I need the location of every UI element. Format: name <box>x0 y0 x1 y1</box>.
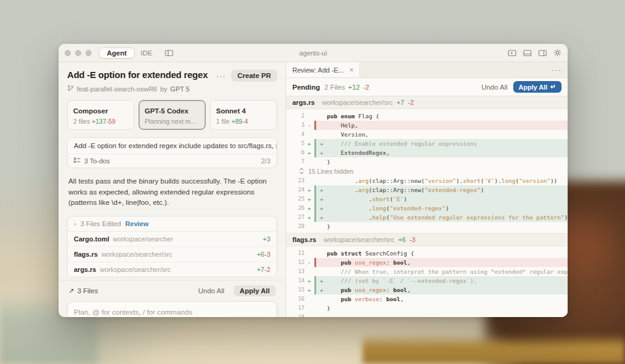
code-line: 4 Version, <box>286 130 568 139</box>
code-text: + ExtendedRegex, <box>316 148 389 157</box>
window-minimize-button[interactable] <box>75 50 81 56</box>
line-number: 13 <box>286 267 305 276</box>
worktree-summary: Planning next m... <box>145 118 200 125</box>
tab-ide[interactable]: IDE <box>135 48 159 58</box>
code-line: 25++ .short('E') <box>286 194 568 204</box>
diff-file-header[interactable]: args.rsworkspace/searcher/src+7-2 <box>286 96 568 109</box>
files-edited-label[interactable]: 3 Files Edited <box>81 220 121 227</box>
worktree-card-gpt-5-codex[interactable]: GPT-5 CodexPlanning next m... <box>139 100 206 130</box>
pending-header: Pending 2 Files +12 -2 Undo All Apply Al… <box>286 78 568 96</box>
code-text: + .long("extended-regex") <box>316 204 449 213</box>
panel-left-toggle-icon[interactable] <box>508 49 516 57</box>
diff-file-header[interactable]: flags.rsworkspace/searcher/src+6-3 <box>286 233 568 246</box>
diff-marker: + <box>305 285 314 294</box>
line-number: 15 <box>286 285 305 294</box>
code-line: 17 } <box>286 304 568 313</box>
added-count: +12 <box>348 84 360 91</box>
branch-model-label: GPT 5 <box>170 85 190 93</box>
code-line: 26++ .long("extended-regex") <box>286 204 568 213</box>
assistant-message: All tests pass and the binary builds suc… <box>67 176 277 209</box>
worktree-cards: Composer2 files +137-59GPT-5 CodexPlanni… <box>67 100 277 130</box>
task-card[interactable]: Add -E option for extended regex include… <box>67 137 277 168</box>
window-zoom-button[interactable] <box>85 50 92 56</box>
apply-all-button[interactable]: Apply All <box>234 285 276 296</box>
files-edited-list: Cargo.tomlworkspace/searcher+3flags.rswo… <box>68 232 276 277</box>
settings-gear-icon[interactable] <box>554 49 562 57</box>
titlebar: Agent IDE agents-ui <box>59 44 568 62</box>
removed-count: -3 <box>410 236 416 243</box>
diff-code: 2 pub enum Flag {3- Help,4 Version,5++ /… <box>286 109 568 233</box>
create-pr-button[interactable]: Create PR <box>231 70 277 82</box>
files-edited-card: › 3 Files Edited Review Cargo.tomlworksp… <box>67 216 277 277</box>
file-row[interactable]: Cargo.tomlworkspace/searcher+3 <box>68 232 276 247</box>
code-text: + pub use_regex: bool, <box>316 285 411 294</box>
line-number: 5 <box>286 139 305 148</box>
file-name: Cargo.toml <box>74 235 109 243</box>
removed-count: -2 <box>408 99 414 106</box>
window-close-button[interactable] <box>65 50 71 56</box>
app-window: Agent IDE agents-ui Add -E option for ex… <box>59 44 568 317</box>
branch-name[interactable]: feat-parallel-search-oswR6 <box>77 85 157 93</box>
file-diff-counts: +6-3 <box>257 251 270 258</box>
line-number: 28 <box>286 222 305 231</box>
composer[interactable]: Plan, @ for contexts, / for commands ∞ A… <box>67 301 277 317</box>
file-row[interactable]: flags.rsworkspace/searcher/src+6-3 <box>68 247 276 262</box>
todos-label[interactable]: 3 To-dos <box>84 157 110 165</box>
pending-files-label[interactable]: 3 Files <box>78 287 98 294</box>
worktree-card-composer[interactable]: Composer2 files +137-59 <box>67 100 134 130</box>
panel-right-toggle-icon[interactable] <box>538 49 547 57</box>
diff-marker: + <box>305 276 314 285</box>
review-panel: Review: Add -E... × ··· Pending 2 Files … <box>286 62 568 317</box>
code-text: + /// Enable extended regular expression… <box>316 139 477 148</box>
tab-agent[interactable]: Agent <box>99 48 135 59</box>
tabbar-more-icon[interactable]: ··· <box>552 65 568 74</box>
editor-tabbar: Review: Add -E... × ··· <box>286 62 568 78</box>
layout-columns-icon[interactable] <box>165 49 173 57</box>
code-text: Version, <box>316 130 369 139</box>
more-options-icon[interactable]: ··· <box>216 72 226 80</box>
arrow-up-right-icon: ↗ <box>68 287 74 295</box>
file-path: workspace/searcher/src <box>101 251 172 258</box>
file-row[interactable]: args.rsworkspace/searcher/src+7-2 <box>68 262 276 277</box>
added-count: +7 <box>397 99 405 106</box>
diff-marker: - <box>305 121 314 130</box>
code-line: 11 pub struct SearchConfig { <box>286 249 568 258</box>
worktree-summary: 2 files +137-59 <box>73 118 128 125</box>
undo-all-button[interactable]: Undo All <box>482 84 508 91</box>
code-line: 13 /// When true, interpret the pattern … <box>286 267 568 276</box>
review-tab[interactable]: Review: Add -E... × <box>286 62 360 77</box>
line-number: 12 <box>286 258 305 267</box>
composer-placeholder[interactable]: Plan, @ for contexts, / for commands <box>74 308 270 316</box>
hidden-lines-label: 15 Lines hidden <box>308 168 353 175</box>
hidden-lines-toggle[interactable]: 15 Lines hidden <box>286 166 568 176</box>
chevron-right-icon[interactable]: › <box>74 220 76 227</box>
diff-marker: + <box>305 139 314 148</box>
line-number: 3 <box>286 121 305 130</box>
worktree-card-sonnet-4[interactable]: Sonnet 41 file +89-4 <box>210 100 277 130</box>
code-line: 16 pub verbose: bool, <box>286 294 568 304</box>
review-link[interactable]: Review <box>125 220 148 227</box>
diff-marker <box>305 249 314 258</box>
close-icon[interactable]: × <box>349 66 353 74</box>
apply-all-button[interactable]: Apply All ↵ <box>513 81 562 93</box>
line-number: 24 <box>286 185 305 194</box>
diff-marker <box>305 294 314 304</box>
panel-bottom-toggle-icon[interactable] <box>523 49 532 57</box>
file-path: workspace/searcher/src <box>322 99 393 106</box>
file-name: flags.rs <box>74 251 98 258</box>
file-diff-counts: +3 <box>262 235 270 243</box>
window-controls <box>65 50 92 56</box>
code-line: 12- pub use_regex: bool, <box>286 258 568 267</box>
code-text: /// When true, interpret the pattern usi… <box>316 267 568 276</box>
agent-panel: Add -E option for extended regex ··· Cre… <box>59 62 286 317</box>
file-name: flags.rs <box>292 236 316 243</box>
apply-all-label: Apply All <box>519 84 547 91</box>
worktree-name: Sonnet 4 <box>216 107 246 115</box>
line-number: 14 <box>286 276 305 285</box>
file-diff-counts: +7-2 <box>257 266 270 273</box>
undo-all-button[interactable]: Undo All <box>198 287 225 294</box>
worktree-name: GPT-5 Codex <box>145 107 189 115</box>
diff-marker <box>305 222 314 231</box>
code-line: 5++ /// Enable extended regular expressi… <box>286 139 568 148</box>
pending-files-bar: ↗ 3 Files Undo All Apply All <box>59 280 286 301</box>
